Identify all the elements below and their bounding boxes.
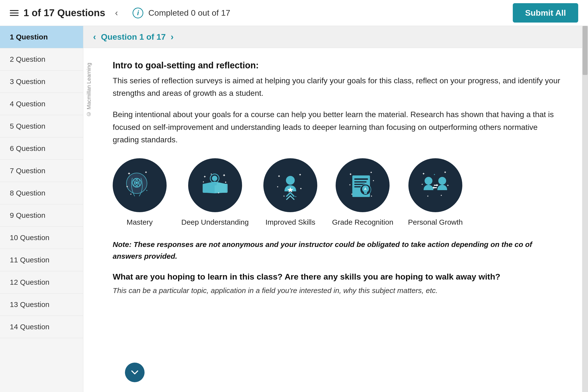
svg-text:✦: ✦ xyxy=(128,172,130,176)
svg-text:✦: ✦ xyxy=(372,179,374,182)
svg-text:A: A xyxy=(364,187,366,191)
svg-point-48 xyxy=(438,177,446,185)
sidebar-item-7[interactable]: 7 Question xyxy=(0,160,83,182)
intro-para-1: This series of reflection surveys is aim… xyxy=(113,74,562,100)
intro-para-2: Being intentional about your goals for a… xyxy=(113,108,562,146)
sidebar: 1 Question2 Question3 Question4 Question… xyxy=(0,26,83,392)
svg-marker-50 xyxy=(436,184,438,186)
svg-text:✦: ✦ xyxy=(126,185,128,188)
svg-text:✦: ✦ xyxy=(370,195,372,198)
svg-text:✦: ✦ xyxy=(370,171,372,174)
deep-understanding-label: Deep Understanding xyxy=(181,218,249,226)
svg-text:✦: ✦ xyxy=(299,173,302,177)
sidebar-item-5[interactable]: 5 Question xyxy=(0,115,83,138)
sidebar-item-10[interactable]: 10 Question xyxy=(0,226,83,249)
svg-text:✦: ✦ xyxy=(440,194,442,197)
header-title: 1 of 17 Questions xyxy=(24,7,105,18)
svg-text:✦: ✦ xyxy=(427,195,429,198)
sidebar-item-8[interactable]: 8 Question xyxy=(0,182,83,204)
svg-text:✦: ✦ xyxy=(222,173,226,178)
main-content: ‹ Question 1 of 17 › © Macmillan Learnin… xyxy=(83,26,582,392)
svg-text:✦: ✦ xyxy=(146,189,148,192)
svg-text:✦: ✦ xyxy=(210,173,212,176)
personal-growth-label: Personal Growth xyxy=(408,218,462,226)
svg-text:✦: ✦ xyxy=(278,174,280,178)
icon-item-improved-skills: ✦ ✦ ✦ ✦ ✦ ✦ Improved Skills xyxy=(264,158,317,226)
sidebar-item-6[interactable]: 6 Question xyxy=(0,138,83,160)
sidebar-item-13[interactable]: 13 Question xyxy=(0,294,83,316)
grade-recognition-label: Grade Recognition xyxy=(332,218,393,226)
svg-text:✦: ✦ xyxy=(444,170,447,174)
header: 1 of 17 Questions ‹ i Completed 0 out of… xyxy=(0,0,588,26)
svg-text:✦: ✦ xyxy=(224,180,227,184)
intro-title: Intro to goal-setting and reflection: xyxy=(113,60,562,70)
svg-text:✦: ✦ xyxy=(295,195,297,198)
completion-text: Completed 0 out of 17 xyxy=(148,8,230,18)
sidebar-item-2[interactable]: 2 Question xyxy=(0,48,83,70)
svg-text:✦: ✦ xyxy=(202,180,204,183)
improved-skills-icon-circle: ✦ ✦ ✦ ✦ ✦ ✦ xyxy=(264,158,317,212)
sidebar-item-9[interactable]: 9 Question xyxy=(0,204,83,226)
mastery-label: Mastery xyxy=(127,218,153,226)
question-hint: This can be a particular topic, applicat… xyxy=(113,286,562,295)
svg-text:✦: ✦ xyxy=(203,175,206,178)
svg-text:✦: ✦ xyxy=(144,170,148,174)
svg-text:✦: ✦ xyxy=(130,193,132,196)
sidebar-item-4[interactable]: 4 Question xyxy=(0,93,83,115)
svg-point-24 xyxy=(286,176,295,185)
note-text: Note: These responses are not anonymous … xyxy=(113,239,562,262)
sidebar-item-3[interactable]: 3 Question xyxy=(0,70,83,93)
sidebar-item-14[interactable]: 14 Question xyxy=(0,316,83,338)
svg-text:✦: ✦ xyxy=(300,187,302,190)
svg-text:✦: ✦ xyxy=(434,173,435,176)
svg-rect-34 xyxy=(354,181,366,182)
icon-item-mastery: ✦ ✦ ✦ ✦ ✦ Mastery xyxy=(113,158,166,226)
hamburger-icon[interactable] xyxy=(10,10,18,16)
sidebar-item-1[interactable]: 1 Question xyxy=(0,26,83,48)
svg-text:✦: ✦ xyxy=(276,186,278,188)
grade-recognition-icon-circle: A ✦ ✦ ✦ ✦ ✦ ✦ xyxy=(336,158,390,212)
header-left: 1 of 17 Questions ‹ xyxy=(10,7,118,18)
info-icon[interactable]: i xyxy=(132,8,143,18)
watermark: © Macmillan Learning xyxy=(86,63,92,117)
question-title: What are you hoping to learn in this cla… xyxy=(113,272,562,282)
scroll-down-button[interactable] xyxy=(125,362,144,382)
sidebar-item-12[interactable]: 12 Question xyxy=(0,271,83,294)
personal-growth-icon-circle: ✦ ✦ ✦ ✦ ✦ ✦ ✦ xyxy=(408,158,462,212)
svg-text:✦: ✦ xyxy=(422,172,425,176)
deep-understanding-icon-circle: ✦ ✦ ✦ ✦ ✦ ✦ xyxy=(188,158,242,212)
svg-point-47 xyxy=(424,177,432,185)
content-inner: Intro to goal-setting and reflection: Th… xyxy=(113,60,562,295)
right-scrollbar[interactable] xyxy=(582,26,588,392)
question-nav-bar: ‹ Question 1 of 17 › xyxy=(83,26,582,48)
svg-text:✦: ✦ xyxy=(447,184,449,187)
svg-rect-33 xyxy=(354,178,368,180)
svg-point-16 xyxy=(212,176,217,181)
svg-text:✦: ✦ xyxy=(349,184,351,186)
svg-text:✦: ✦ xyxy=(351,193,353,196)
scrollbar-thumb xyxy=(582,26,588,75)
svg-text:✦: ✦ xyxy=(218,192,220,194)
svg-text:✦: ✦ xyxy=(349,172,352,176)
main-layout: 1 Question2 Question3 Question4 Question… xyxy=(0,26,588,392)
collapse-icon[interactable]: ‹ xyxy=(115,8,118,18)
icon-item-personal-growth: ✦ ✦ ✦ ✦ ✦ ✦ ✦ Personal Growth xyxy=(408,158,462,226)
svg-text:✦: ✦ xyxy=(421,183,423,186)
header-center: i Completed 0 out of 17 xyxy=(118,8,513,18)
mastery-icon-circle: ✦ ✦ ✦ ✦ ✦ xyxy=(113,158,166,212)
prev-question-arrow[interactable]: ‹ xyxy=(93,32,96,42)
goal-icons-row: ✦ ✦ ✦ ✦ ✦ Mastery xyxy=(113,158,562,226)
svg-point-4 xyxy=(136,182,138,184)
improved-skills-label: Improved Skills xyxy=(265,218,315,226)
next-question-arrow[interactable]: › xyxy=(171,32,174,42)
submit-all-button[interactable]: Submit All xyxy=(513,3,578,22)
sidebar-item-11[interactable]: 11 Question xyxy=(0,249,83,271)
content-area: © Macmillan Learning Intro to goal-setti… xyxy=(83,48,582,392)
icon-item-deep-understanding: ✦ ✦ ✦ ✦ ✦ ✦ Deep Understanding xyxy=(181,158,249,226)
icon-item-grade-recognition: A ✦ ✦ ✦ ✦ ✦ ✦ Grade Recognition xyxy=(332,158,393,226)
svg-text:✦: ✦ xyxy=(283,195,285,198)
question-label: Question 1 of 17 xyxy=(101,32,166,42)
